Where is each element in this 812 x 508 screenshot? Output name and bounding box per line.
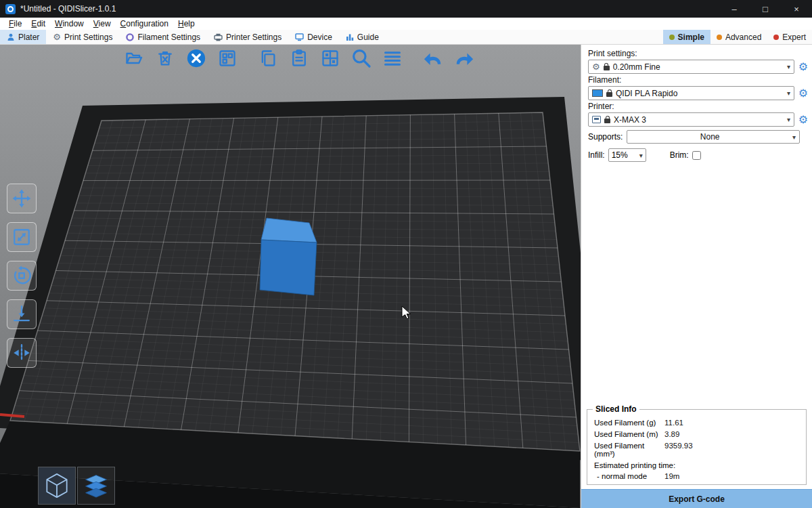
used-filament-m-value: 3.89 <box>664 430 679 438</box>
mirror-tool-button[interactable] <box>7 338 37 368</box>
tab-print-settings[interactable]: ⚙ Print Settings <box>46 30 119 44</box>
chevron-down-icon <box>639 152 643 159</box>
titlebar: *Untitled - QIDISlicer-1.0.1 – □ × <box>0 0 812 18</box>
export-gcode-button[interactable]: Export G-code <box>581 489 812 508</box>
supports-combo[interactable]: None <box>627 130 800 144</box>
tab-label: Filament Settings <box>137 33 200 42</box>
used-filament-m-label: Used Filament (m) <box>594 430 664 438</box>
print-settings-gear-button[interactable] <box>796 62 810 72</box>
mode-advanced[interactable]: Advanced <box>710 30 767 44</box>
used-filament-mm3-label: Used Filament (mm³) <box>594 442 664 458</box>
menu-help[interactable]: Help <box>173 19 200 28</box>
tab-label: Plater <box>18 33 39 42</box>
lock-icon <box>604 119 610 123</box>
printer-combo[interactable]: X-MAX 3 <box>588 112 794 127</box>
filament-label: Filament: <box>581 74 812 86</box>
filament-gear-button[interactable] <box>796 88 810 99</box>
split-button[interactable] <box>318 46 342 70</box>
sliced-info-title: Sliced Info <box>593 404 639 414</box>
print-settings-value: 0.20mm Fine <box>613 62 784 72</box>
brim-checkbox[interactable] <box>692 151 701 160</box>
mode-expert[interactable]: Expert <box>767 30 812 44</box>
filament-icon <box>126 33 134 41</box>
simple-mode-dot-icon <box>669 35 675 40</box>
expert-mode-dot-icon <box>773 35 779 40</box>
viewport-3d[interactable] <box>0 45 581 508</box>
filament-color-swatch <box>592 89 603 97</box>
chevron-down-icon <box>792 133 796 141</box>
tab-label: Guide <box>357 33 379 42</box>
infill-combo[interactable]: 15% <box>608 148 646 162</box>
print-settings-combo[interactable]: 0.20mm Fine <box>588 60 794 74</box>
chevron-down-icon <box>787 89 790 97</box>
minimize-button[interactable]: – <box>719 0 750 18</box>
print-settings-label: Print settings: <box>581 47 812 60</box>
tab-plater[interactable]: Plater <box>0 30 46 44</box>
lock-icon <box>606 92 612 97</box>
preview-view-button[interactable] <box>77 467 115 505</box>
printer-label: Printer: <box>581 100 812 112</box>
undo-button[interactable] <box>421 46 445 70</box>
sliced-info-panel: Sliced Info Used Filament (g) 11.61 Used… <box>587 409 807 485</box>
printer-icon <box>214 33 223 41</box>
copy-button[interactable] <box>256 46 280 70</box>
print-bed <box>0 97 581 508</box>
menu-file[interactable]: File <box>4 19 26 28</box>
used-filament-g-value: 11.61 <box>664 419 683 427</box>
model-cube[interactable] <box>260 218 317 295</box>
gizmo-toolbar <box>7 184 37 368</box>
search-button[interactable] <box>349 46 374 70</box>
filament-combo[interactable]: QIDI PLA Rapido <box>588 86 794 100</box>
printer-preset-icon <box>592 116 601 123</box>
tabbar: Plater ⚙ Print Settings Filament Setting… <box>0 30 812 45</box>
menubar: File Edit Window View Configuration Help <box>0 18 812 30</box>
tab-device[interactable]: Device <box>288 30 339 44</box>
variable-layer-height-button[interactable] <box>380 46 405 70</box>
printer-gear-button[interactable] <box>796 114 810 125</box>
rotate-tool-button[interactable] <box>7 261 37 291</box>
delete-all-button[interactable] <box>184 46 208 70</box>
sidebar: Print settings: 0.20mm Fine Filament: QI… <box>581 45 812 508</box>
editor-view-button[interactable] <box>38 467 76 505</box>
main-area: Print settings: 0.20mm Fine Filament: QI… <box>0 45 812 508</box>
open-file-button[interactable] <box>122 46 146 70</box>
menu-window[interactable]: Window <box>50 19 89 28</box>
supports-label: Supports: <box>588 132 623 142</box>
tab-filament-settings[interactable]: Filament Settings <box>119 30 207 44</box>
infill-label: Infill: <box>588 150 605 160</box>
redo-button[interactable] <box>452 46 476 70</box>
menu-view[interactable]: View <box>89 19 116 28</box>
estimated-time-label: Estimated printing time: <box>587 459 806 470</box>
mode-label: Advanced <box>725 33 761 42</box>
window-title: *Untitled - QIDISlicer-1.0.1 <box>20 4 116 14</box>
guide-icon <box>346 33 354 41</box>
advanced-mode-dot-icon <box>717 35 722 40</box>
tab-label: Printer Settings <box>226 33 281 42</box>
delete-button[interactable] <box>153 46 177 70</box>
mode-label: Expert <box>782 33 806 42</box>
sliced-info-row: Used Filament (g) 11.61 <box>587 417 806 428</box>
tab-printer-settings[interactable]: Printer Settings <box>207 30 288 44</box>
app-window: *Untitled - QIDISlicer-1.0.1 – □ × File … <box>0 0 812 508</box>
tab-guide[interactable]: Guide <box>339 30 386 44</box>
tab-label: Device <box>307 33 332 42</box>
sliced-info-row: Used Filament (mm³) 9359.93 <box>587 440 806 459</box>
sliced-info-row: Used Filament (m) 3.89 <box>587 428 806 440</box>
close-button[interactable]: × <box>781 0 812 18</box>
move-tool-button[interactable] <box>7 184 37 213</box>
menu-configuration[interactable]: Configuration <box>116 19 173 28</box>
used-filament-mm3-value: 9359.93 <box>664 442 693 458</box>
paste-button[interactable] <box>287 46 311 70</box>
chevron-down-icon <box>787 116 790 123</box>
maximize-button[interactable]: □ <box>750 0 781 18</box>
mode-simple[interactable]: Simple <box>663 30 710 44</box>
arrange-button[interactable] <box>215 46 240 70</box>
mode-switcher: Simple Advanced Expert <box>663 30 812 44</box>
viewport-canvas[interactable] <box>0 45 581 508</box>
infill-value: 15% <box>612 150 637 160</box>
lock-icon <box>604 66 610 70</box>
place-on-face-tool-button[interactable] <box>7 299 37 329</box>
scale-tool-button[interactable] <box>7 222 37 252</box>
app-logo-icon <box>5 4 16 14</box>
menu-edit[interactable]: Edit <box>26 19 50 28</box>
